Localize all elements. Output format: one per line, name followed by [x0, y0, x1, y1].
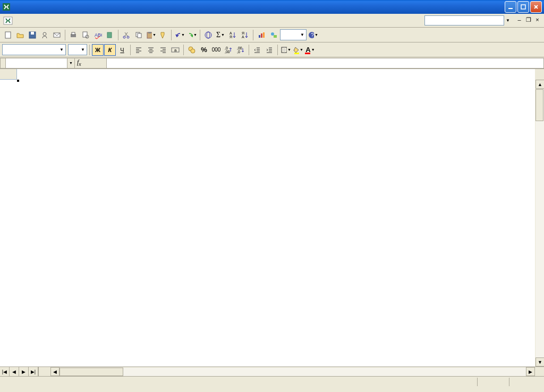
autosum-button[interactable]: Σ▼: [215, 29, 226, 41]
underline-button[interactable]: Ч: [116, 44, 128, 56]
research-button[interactable]: [104, 29, 116, 41]
font-combo[interactable]: ▼: [2, 44, 66, 55]
vertical-scrollbar[interactable]: ▲ ▼: [535, 69, 544, 367]
comma-button[interactable]: 000: [210, 44, 222, 56]
menu-view[interactable]: [33, 19, 41, 22]
size-combo[interactable]: ▼: [68, 44, 87, 55]
fx-icon[interactable]: fx: [77, 58, 81, 67]
font-color-button[interactable]: A▼: [304, 44, 316, 56]
menu-help[interactable]: [84, 19, 92, 22]
svg-rect-2: [521, 5, 525, 9]
svg-text:,0: ,0: [225, 46, 228, 50]
currency-button[interactable]: [186, 44, 198, 56]
print-preview-button[interactable]: [80, 29, 91, 41]
status-bar: [0, 376, 544, 387]
doc-minimize-button[interactable]: –: [515, 16, 523, 24]
svg-point-16: [127, 36, 129, 38]
svg-rect-28: [261, 33, 262, 38]
align-left-button[interactable]: [133, 44, 144, 56]
maximize-button[interactable]: [517, 1, 529, 13]
print-button[interactable]: [67, 29, 79, 41]
menu-window[interactable]: [75, 19, 84, 22]
increase-decimal-button[interactable]: ,0,00: [223, 44, 234, 56]
decrease-indent-button[interactable]: [251, 44, 263, 56]
svg-rect-4: [5, 32, 11, 38]
formatting-toolbar: ▼ ▼ Ж К Ч a % 000 ,0,00 ,00,0 ▼ ▼ A▼: [0, 42, 544, 57]
titlebar: [0, 0, 544, 14]
svg-rect-1: [508, 8, 513, 9]
doc-close-button[interactable]: ×: [533, 16, 541, 24]
zoom-combo[interactable]: ▼: [280, 29, 307, 40]
svg-point-15: [123, 36, 125, 38]
align-right-button[interactable]: [157, 44, 169, 56]
svg-text:Я: Я: [242, 31, 244, 35]
paste-button[interactable]: ▼: [145, 29, 157, 41]
spelling-button[interactable]: ABC: [92, 29, 104, 41]
bold-button[interactable]: Ж: [92, 44, 104, 56]
undo-button[interactable]: ▼: [174, 29, 185, 41]
minimize-button[interactable]: [505, 1, 516, 13]
open-button[interactable]: [14, 29, 26, 41]
hyperlink-button[interactable]: [202, 29, 214, 41]
menu-file[interactable]: [16, 19, 24, 22]
increase-indent-button[interactable]: [264, 44, 275, 56]
svg-rect-18: [138, 33, 141, 38]
menu-insert[interactable]: [41, 19, 50, 22]
svg-text:?: ?: [311, 32, 314, 38]
horizontal-scrollbar[interactable]: ◀ ▶: [50, 367, 535, 376]
name-box-dropdown[interactable]: ▼: [67, 58, 74, 68]
svg-text:А: А: [230, 31, 232, 35]
help-button[interactable]: ?▼: [307, 29, 319, 41]
svg-text:,00: ,00: [237, 46, 242, 50]
doc-excel-icon: [3, 16, 13, 25]
menubar: ▼ – ❐ ×: [0, 14, 544, 28]
excel-app-icon: [2, 3, 11, 11]
name-box[interactable]: [6, 58, 67, 68]
email-button[interactable]: [51, 29, 63, 41]
decrease-decimal-button[interactable]: ,00,0: [235, 44, 246, 56]
scroll-down-button[interactable]: ▼: [536, 357, 544, 367]
menu-tools[interactable]: [58, 19, 67, 22]
ask-question-box[interactable]: [424, 15, 504, 25]
tab-nav-next[interactable]: ▶: [19, 367, 29, 376]
helpbox-dropdown[interactable]: ▼: [504, 18, 512, 23]
svg-rect-45: [294, 53, 299, 54]
merge-center-button[interactable]: a: [169, 44, 181, 56]
doc-restore-button[interactable]: ❐: [524, 16, 532, 24]
new-button[interactable]: [2, 29, 14, 41]
drawing-button[interactable]: [268, 29, 279, 41]
sort-desc-button[interactable]: ЯА: [239, 29, 251, 41]
svg-rect-46: [305, 53, 310, 54]
format-painter-button[interactable]: [157, 29, 169, 41]
percent-button[interactable]: %: [198, 44, 210, 56]
align-center-button[interactable]: [145, 44, 157, 56]
borders-button[interactable]: ▼: [280, 44, 292, 56]
chart-wizard-button[interactable]: [256, 29, 267, 41]
save-button[interactable]: [27, 29, 38, 41]
scroll-left-button[interactable]: ◀: [50, 367, 60, 376]
svg-rect-29: [263, 32, 265, 38]
svg-point-21: [205, 32, 211, 38]
tab-nav-prev[interactable]: ◀: [10, 367, 19, 376]
close-button[interactable]: [530, 1, 542, 13]
tab-nav-first[interactable]: |◀: [0, 367, 10, 376]
permission-button[interactable]: [39, 29, 50, 41]
menu-format[interactable]: [50, 19, 58, 22]
menu-edit[interactable]: [24, 19, 33, 22]
sort-asc-button[interactable]: АЯ: [227, 29, 239, 41]
cut-button[interactable]: [121, 29, 132, 41]
copy-button[interactable]: [133, 29, 144, 41]
scroll-right-button[interactable]: ▶: [526, 367, 535, 376]
menu-data[interactable]: [67, 19, 75, 22]
fill-color-button[interactable]: ▼: [292, 44, 304, 56]
scroll-up-button[interactable]: ▲: [536, 80, 544, 89]
sheet-tab-bar: |◀ ◀ ▶ ▶| ◀ ▶: [0, 367, 544, 376]
redo-button[interactable]: ▼: [186, 29, 198, 41]
formula-input[interactable]: [106, 58, 544, 69]
select-all-corner[interactable]: [0, 69, 17, 80]
italic-button[interactable]: К: [104, 44, 116, 56]
tab-nav-last[interactable]: ▶|: [29, 367, 38, 376]
document-window-buttons: – ❐ ×: [515, 16, 542, 24]
svg-rect-11: [83, 32, 87, 37]
svg-rect-31: [274, 35, 277, 38]
